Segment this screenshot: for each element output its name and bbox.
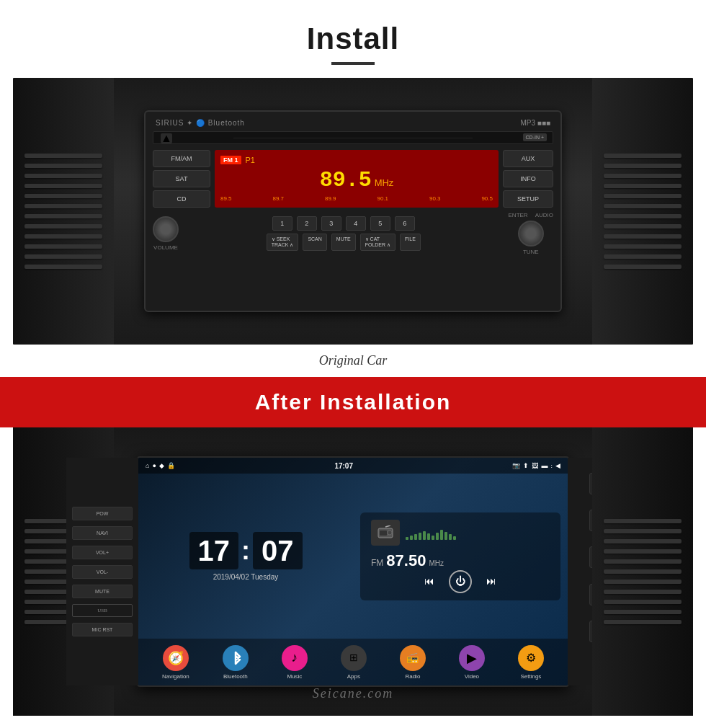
bluetooth-app-item[interactable]: Bluetooth [223, 645, 249, 680]
setup-button[interactable]: SETUP [503, 190, 553, 208]
fmam-button[interactable]: FM/AM [153, 150, 210, 167]
number-buttons: 1 2 3 4 5 6 ∨ SEEKTRACK ∧ SCAN MUTE [184, 216, 503, 251]
svg-point-2 [388, 531, 392, 535]
clock-colon: : [241, 536, 250, 566]
preset-2-button[interactable]: 2 [297, 216, 317, 231]
back-icon[interactable]: ◀ [555, 462, 560, 469]
svg-line-3 [385, 525, 390, 527]
radio-app-item[interactable]: 📻 Radio [400, 645, 426, 680]
video-app-item[interactable]: ▶ Video [459, 645, 485, 680]
cd-button[interactable]: CD [153, 190, 210, 208]
dashboard-bg: SIRIUS ✦ 🔵 Bluetooth MP3 ■■■ ▲ CD-IN + F… [13, 78, 693, 345]
bluetooth-app-icon[interactable] [223, 645, 249, 671]
radio-widget-icon [371, 520, 400, 546]
fm-label: FM [371, 558, 383, 568]
vent-right [592, 78, 693, 345]
radio-right-buttons: AUX INFO SETUP [503, 150, 553, 208]
dot-icon: ● [152, 462, 156, 469]
apps-icon[interactable]: ⊞ [341, 645, 367, 671]
radio-app-icon[interactable]: 📻 [400, 645, 426, 671]
video-app-icon[interactable]: ▶ [459, 645, 485, 671]
android-frequency: 87.50 [386, 551, 426, 570]
settings-app-label: Settings [520, 673, 541, 680]
pow-button[interactable]: POW [72, 507, 133, 520]
after-install-image: POW NAVI VOL+ VOL- MUTE USB MIC RST [13, 427, 693, 716]
aux-button[interactable]: AUX [503, 150, 553, 167]
preset-1-button[interactable]: 1 [272, 216, 292, 231]
signal-bar-2 [410, 536, 413, 540]
radio-top-bar: SIRIUS ✦ 🔵 Bluetooth MP3 ■■■ [153, 119, 553, 127]
settings-app-item[interactable]: ⚙ Settings [518, 645, 544, 680]
vol-down-button[interactable]: VOL- [72, 565, 133, 579]
preset-5-button[interactable]: 5 [370, 216, 390, 231]
brand-right: MP3 ■■■ [521, 119, 550, 127]
upload-icon: ⬆ [523, 462, 529, 469]
watermark: Seicane.com [13, 686, 693, 701]
tune-knob[interactable] [518, 221, 544, 247]
nav-app-icon[interactable]: 🧭 [163, 645, 189, 671]
svg-rect-1 [380, 531, 387, 536]
separator-icon: : [550, 462, 553, 469]
radio-widget: FM 87.50 MHz ⏮ ⏻ ⏭ [360, 512, 560, 600]
signal-bar-1 [406, 537, 408, 540]
mute-button[interactable]: MUTE [331, 234, 356, 251]
preset-3-button[interactable]: 3 [321, 216, 341, 231]
signal-bar-4 [419, 533, 421, 540]
usb-port: USB [72, 604, 133, 617]
vent-slat [24, 214, 102, 218]
vent-slat [604, 204, 682, 208]
after-dash-bg: POW NAVI VOL+ VOL- MUTE USB MIC RST [13, 427, 693, 716]
vent-slat [604, 164, 682, 168]
play-pause-button[interactable]: ⏻ [449, 570, 472, 593]
vent-slat [604, 154, 682, 158]
mute-android-button[interactable]: MUTE [72, 585, 133, 598]
file-button[interactable]: FILE [400, 234, 421, 251]
seek-track-button[interactable]: ∨ SEEKTRACK ∧ [267, 234, 299, 251]
android-main-content: 17 : 07 2019/04/02 Tuesday [138, 474, 568, 639]
vol-up-button[interactable]: VOL+ [72, 546, 133, 559]
info-button[interactable]: INFO [503, 170, 553, 187]
preset-6-button[interactable]: 6 [395, 216, 415, 231]
preset-number-row: 1 2 3 4 5 6 [184, 216, 503, 231]
vent-slat [24, 184, 102, 188]
navi-button[interactable]: NAVI [72, 526, 133, 540]
original-car-label: Original Car [13, 345, 693, 377]
radio-widget-section: FM 87.50 MHz ⏮ ⏻ ⏭ [353, 474, 568, 639]
clock-section: 17 : 07 2019/04/02 Tuesday [138, 474, 353, 639]
home-status-icon: ⌂ [146, 462, 149, 469]
music-app-item[interactable]: ♪ Music [282, 645, 308, 680]
title-underline [331, 62, 375, 65]
scan-button[interactable]: SCAN [303, 234, 326, 251]
after-installation-banner: After Installation [0, 377, 706, 427]
settings-app-icon[interactable]: ⚙ [518, 645, 544, 671]
cd-in-button[interactable]: CD-IN + [523, 133, 547, 141]
radio-display: FM 1 P1 89.5 MHz 89.5 89.7 89.9 [215, 150, 499, 208]
signal-bars [406, 525, 550, 540]
volume-knob[interactable] [153, 216, 179, 242]
music-app-icon[interactable]: ♪ [282, 645, 308, 671]
big-clock: 17 : 07 [189, 532, 303, 569]
vent-slat [604, 254, 682, 259]
original-car-image: SIRIUS ✦ 🔵 Bluetooth MP3 ■■■ ▲ CD-IN + F… [13, 78, 693, 345]
page-container: Install [0, 0, 706, 728]
seek-controls-row: ∨ SEEKTRACK ∧ SCAN MUTE ∨ CATFOLDER ∧ FI… [184, 234, 503, 251]
next-track-button[interactable]: ⏭ [486, 576, 496, 587]
signal-bar-7 [432, 536, 434, 540]
nav-app-item[interactable]: 🧭 Navigation [162, 645, 189, 680]
after-section: POW NAVI VOL+ VOL- MUTE USB MIC RST [13, 427, 693, 716]
radio-bottom-area: VOLUME 1 2 3 4 5 6 [153, 212, 553, 255]
sat-button[interactable]: SAT [153, 170, 210, 187]
vent-slat [24, 254, 102, 259]
prev-track-button[interactable]: ⏮ [424, 576, 434, 587]
preset-4-button[interactable]: 4 [346, 216, 366, 231]
signal-bar-3 [414, 534, 417, 540]
vent-slat [24, 234, 102, 239]
signal-bar-8 [436, 533, 439, 540]
mic-rst-button[interactable]: MIC RST [72, 623, 133, 636]
original-radio-unit: SIRIUS ✦ 🔵 Bluetooth MP3 ■■■ ▲ CD-IN + F… [144, 110, 562, 312]
cd-eject-button[interactable]: ▲ [161, 133, 172, 143]
apps-item[interactable]: ⊞ Apps [341, 645, 367, 680]
cat-folder-button[interactable]: ∨ CATFOLDER ∧ [360, 234, 396, 251]
android-left-panel: POW NAVI VOL+ VOL- MUTE USB MIC RST [66, 458, 138, 685]
radio-app-label: Radio [405, 673, 420, 680]
